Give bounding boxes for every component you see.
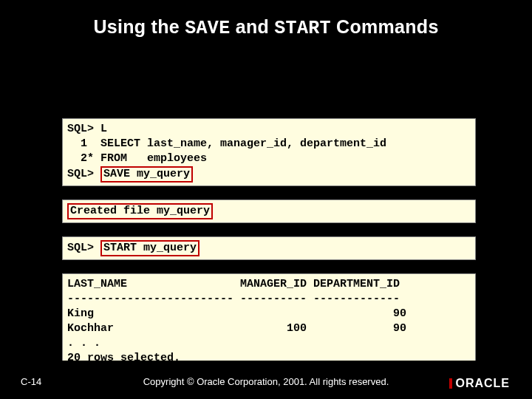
code-line: Kochhar 100 90	[67, 322, 406, 335]
logo-text: ORACLE	[455, 377, 510, 390]
title-text-2: and	[230, 16, 274, 37]
code-line: 2* FROM employees	[67, 152, 207, 165]
code-line: SQL>	[67, 242, 100, 254]
title-text-3: Commands	[331, 16, 439, 37]
code-line: SQL>	[67, 168, 100, 180]
code-line: SQL> L	[67, 123, 107, 135]
code-box-1: SQL> L 1 SELECT last_name, manager_id, d…	[62, 118, 476, 186]
code-line: . . .	[67, 337, 100, 349]
title-code-2: START	[274, 18, 331, 39]
highlight-save: SAVE my_query	[100, 166, 193, 183]
slide-title: Using the SAVE and START Commands	[0, 0, 532, 39]
title-text-1: Using the	[93, 16, 185, 37]
slide: Using the SAVE and START Commands SQL> L…	[0, 0, 532, 399]
highlight-created: Created file my_query	[67, 203, 213, 219]
highlight-start: START my_query	[100, 240, 200, 256]
footer: C-14 Copyright © Oracle Corporation, 200…	[0, 361, 532, 399]
code-line: King 90	[67, 307, 406, 320]
code-box-4: LAST_NAME MANAGER_ID DEPARTMENT_ID -----…	[62, 273, 476, 369]
content-area: SQL> L 1 SELECT last_name, manager_id, d…	[62, 118, 476, 383]
code-box-2: Created file my_query	[62, 200, 476, 223]
title-code-1: SAVE	[185, 18, 230, 39]
code-line: ------------------------- ---------- ---…	[67, 293, 400, 305]
logo-bar-icon	[449, 378, 452, 389]
oracle-logo: ORACLE	[449, 377, 510, 390]
code-box-3: SQL> START my_query	[62, 236, 476, 260]
code-line: LAST_NAME MANAGER_ID DEPARTMENT_ID	[67, 278, 400, 290]
code-line: 1 SELECT last_name, manager_id, departme…	[67, 137, 386, 150]
